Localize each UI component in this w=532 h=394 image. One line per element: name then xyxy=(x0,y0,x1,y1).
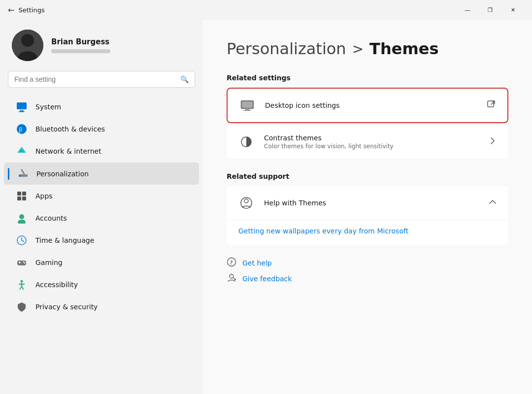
help-with-themes-text: Help with Themes xyxy=(264,199,479,207)
page-header: Personalization > Themes xyxy=(227,39,508,58)
network-icon xyxy=(16,145,28,157)
help-icon xyxy=(238,195,254,211)
svg-point-12 xyxy=(19,175,21,177)
close-button[interactable]: ✕ xyxy=(501,0,524,20)
sidebar-item-label-system: System xyxy=(35,103,61,111)
svg-point-18 xyxy=(18,220,26,224)
sidebar-item-privacy[interactable]: Privacy & security xyxy=(4,296,199,318)
breadcrumb-separator: > xyxy=(352,41,364,57)
desktop-icon-settings-row[interactable]: Desktop icon settings xyxy=(228,89,507,122)
sidebar-item-label-accounts: Accounts xyxy=(35,214,67,222)
svg-point-43 xyxy=(230,274,233,278)
search-input[interactable] xyxy=(14,75,176,83)
search-icon: 🔍 xyxy=(180,75,189,83)
sidebar-item-label-bluetooth: Bluetooth & devices xyxy=(35,125,105,133)
get-help-icon: ? xyxy=(227,257,236,269)
give-feedback-link[interactable]: Give feedback xyxy=(242,275,292,283)
related-settings-label: Related settings xyxy=(227,74,508,82)
sidebar-item-label-personalization: Personalization xyxy=(36,170,89,178)
svg-rect-13 xyxy=(17,192,21,196)
page-title: Themes xyxy=(369,39,438,58)
svg-rect-15 xyxy=(17,197,21,200)
sidebar-item-label-accessibility: Accessibility xyxy=(35,281,78,289)
contrast-themes-card: Contrast themes Color themes for low vis… xyxy=(227,125,508,159)
svg-rect-11 xyxy=(21,169,25,175)
personalization-icon xyxy=(18,167,29,180)
wallpaper-link[interactable]: Getting new wallpapers every day from Mi… xyxy=(238,227,408,235)
sidebar-item-accounts[interactable]: Accounts xyxy=(4,207,199,229)
svg-line-31 xyxy=(22,287,24,290)
accounts-icon xyxy=(16,212,28,224)
give-feedback-icon xyxy=(227,273,236,285)
svg-rect-4 xyxy=(20,110,24,111)
main-content: Personalization > Themes Related setting… xyxy=(203,20,532,394)
contrast-themes-subtitle: Color themes for low vision, light sensi… xyxy=(264,143,479,150)
get-help-row: ? Get help xyxy=(227,257,508,269)
desktop-icon-settings-title: Desktop icon settings xyxy=(265,101,477,109)
sidebar-item-label-apps: Apps xyxy=(35,192,53,200)
sidebar-item-label-network: Network & internet xyxy=(35,147,101,155)
active-indicator xyxy=(8,168,9,180)
sidebar-item-personalization[interactable]: Personalization xyxy=(4,163,199,185)
svg-line-21 xyxy=(22,240,24,241)
help-content: Getting new wallpapers every day from Mi… xyxy=(227,220,508,245)
svg-point-25 xyxy=(23,262,24,263)
help-collapse-icon xyxy=(489,198,497,208)
svg-rect-16 xyxy=(22,197,26,200)
sidebar-item-label-time: Time & language xyxy=(35,236,94,244)
help-with-themes-title: Help with Themes xyxy=(264,199,479,207)
sidebar-item-gaming[interactable]: Gaming xyxy=(4,252,199,273)
window-controls: — ❐ ✕ xyxy=(456,0,524,20)
svg-rect-36 xyxy=(488,101,494,107)
get-help-link[interactable]: Get help xyxy=(242,259,272,267)
user-name: Brian Burgess xyxy=(51,37,110,46)
user-info: Brian Burgess xyxy=(51,37,110,53)
maximize-button[interactable]: ❐ xyxy=(479,0,501,20)
minimize-button[interactable]: — xyxy=(456,0,479,20)
svg-point-17 xyxy=(19,214,24,219)
related-support-section: Related support Help with Themes xyxy=(227,172,508,245)
sidebar-item-label-gaming: Gaming xyxy=(35,259,63,266)
sidebar-item-label-privacy: Privacy & security xyxy=(35,303,98,311)
svg-point-1 xyxy=(21,34,34,47)
privacy-icon xyxy=(16,301,28,313)
app-body: Brian Burgess 🔍 System xyxy=(0,20,532,394)
breadcrumb: Personalization xyxy=(227,39,346,58)
contrast-themes-icon xyxy=(238,134,254,150)
desktop-icon-settings-card: Desktop icon settings xyxy=(227,88,508,123)
related-support-label: Related support xyxy=(227,172,508,180)
svg-point-26 xyxy=(24,263,25,263)
search-box[interactable]: 🔍 xyxy=(8,71,195,88)
help-card: Help with Themes Getting new wallpapers … xyxy=(227,186,508,245)
sidebar-item-time[interactable]: Time & language xyxy=(4,230,199,251)
contrast-themes-text: Contrast themes Color themes for low vis… xyxy=(264,134,479,150)
svg-rect-14 xyxy=(22,192,26,196)
svg-text:β: β xyxy=(19,126,23,133)
gaming-icon xyxy=(16,257,28,268)
sidebar-item-apps[interactable]: Apps xyxy=(4,185,199,207)
sidebar-item-personalization-wrapper: Personalization xyxy=(0,163,203,185)
svg-rect-3 xyxy=(17,102,27,109)
svg-rect-35 xyxy=(243,110,251,111)
desktop-icon xyxy=(239,98,255,113)
contrast-themes-chevron xyxy=(489,137,497,147)
contrast-themes-title: Contrast themes xyxy=(264,134,479,142)
sidebar-item-bluetooth[interactable]: β Bluetooth & devices xyxy=(4,118,199,140)
nav-list: System β Bluetooth & devices xyxy=(0,94,203,320)
contrast-themes-row[interactable]: Contrast themes Color themes for low vis… xyxy=(227,125,508,159)
related-settings-section: Related settings Desktop icon settings xyxy=(227,74,508,159)
back-button[interactable]: ← xyxy=(8,5,14,15)
user-profile: Brian Burgess xyxy=(0,20,203,69)
user-subtitle-bar xyxy=(51,49,110,53)
titlebar: ← Settings — ❐ ✕ xyxy=(0,0,532,20)
help-with-themes-row[interactable]: Help with Themes xyxy=(227,186,508,220)
sidebar-item-network[interactable]: Network & internet xyxy=(4,140,199,162)
svg-text:?: ? xyxy=(230,259,233,266)
sidebar-item-system[interactable]: System xyxy=(4,96,199,118)
titlebar-title: Settings xyxy=(18,6,44,14)
time-icon xyxy=(16,234,28,246)
desktop-icon-settings-action xyxy=(487,100,496,111)
system-icon xyxy=(16,101,28,113)
svg-rect-5 xyxy=(19,111,25,112)
sidebar-item-accessibility[interactable]: Accessibility xyxy=(4,274,199,296)
